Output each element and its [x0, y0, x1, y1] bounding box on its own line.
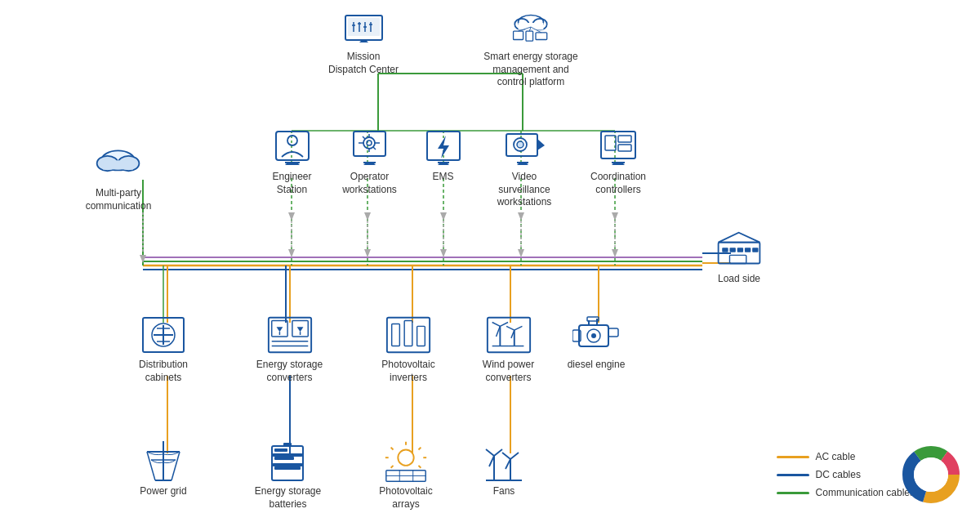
- svg-marker-41: [612, 212, 618, 221]
- svg-line-142: [514, 326, 522, 330]
- legend-dc-label: DC cables: [816, 469, 861, 480]
- svg-line-179: [486, 449, 494, 456]
- svg-line-171: [391, 447, 394, 449]
- svg-marker-125: [296, 327, 303, 332]
- coordination-label: Coordination controllers: [581, 171, 655, 196]
- engineer-label: Engineer Station: [257, 171, 327, 196]
- svg-marker-35: [364, 212, 371, 221]
- svg-rect-111: [737, 248, 743, 252]
- svg-marker-42: [612, 249, 618, 257]
- wind-power-node: Wind power converters: [470, 315, 547, 384]
- load-side-node: Load side: [702, 229, 776, 286]
- svg-line-88: [373, 147, 376, 149]
- svg-rect-110: [729, 248, 735, 252]
- wind-power-label: Wind power converters: [472, 359, 546, 384]
- svg-marker-33: [288, 212, 295, 221]
- svg-line-87: [363, 136, 365, 139]
- svg-point-192: [914, 457, 948, 492]
- svg-rect-114: [729, 255, 746, 263]
- distribution-node: Distribution cabinets: [127, 315, 200, 384]
- svg-line-173: [391, 465, 394, 467]
- svg-rect-113: [752, 248, 758, 252]
- svg-rect-163: [274, 457, 294, 460]
- svg-marker-49: [140, 255, 146, 263]
- donut-chart: [898, 442, 964, 511]
- photovoltaic-arr-node: Photovoltaic arrays: [369, 441, 443, 511]
- smart-energy-icon: [506, 7, 555, 47]
- smart-energy-label: Smart energy storage management and cont…: [478, 51, 584, 89]
- svg-line-136: [492, 323, 500, 327]
- svg-rect-67: [526, 31, 533, 41]
- svg-rect-131: [392, 324, 400, 346]
- operator-icon: [345, 127, 394, 167]
- video-node: Video surveillance workstations: [488, 127, 560, 209]
- svg-rect-133: [417, 326, 425, 346]
- photovoltaic-inv-node: Photovoltaic inverters: [372, 315, 445, 384]
- legend-ac-line: [777, 456, 809, 458]
- svg-rect-130: [387, 318, 430, 353]
- legend-dc-line: [777, 474, 809, 476]
- svg-rect-147: [608, 328, 618, 337]
- mission-dispatch-node: Mission Dispatch Center: [318, 7, 408, 76]
- ems-label: EMS: [432, 171, 453, 184]
- legend-ac: AC cable: [777, 451, 915, 462]
- mission-dispatch-icon: [339, 7, 388, 47]
- svg-marker-34: [288, 249, 295, 257]
- diagram: Mission Dispatch Center Smart energy sto…: [0, 0, 980, 531]
- svg-point-97: [517, 141, 523, 148]
- svg-rect-165: [283, 443, 292, 447]
- svg-rect-104: [618, 145, 631, 151]
- power-grid-node: Power grid: [127, 441, 200, 498]
- svg-line-156: [147, 452, 155, 480]
- svg-point-166: [398, 449, 413, 465]
- svg-rect-107: [719, 243, 760, 264]
- load-side-label: Load side: [718, 273, 760, 286]
- engineer-icon: [268, 127, 317, 167]
- power-grid-label: Power grid: [140, 485, 186, 498]
- energy-storage-conv-icon: [265, 315, 314, 355]
- multiparty-icon: [94, 143, 143, 184]
- svg-line-181: [494, 449, 502, 456]
- engineer-station-node: Engineer Station: [257, 127, 327, 196]
- svg-rect-132: [404, 321, 412, 346]
- legend-comm-line: [777, 492, 809, 494]
- legend: AC cable DC cables Communication cables: [777, 451, 915, 498]
- svg-rect-162: [274, 466, 301, 470]
- svg-marker-79: [285, 163, 300, 165]
- svg-point-149: [591, 333, 596, 338]
- distribution-label: Distribution cabinets: [127, 359, 200, 384]
- svg-marker-108: [719, 233, 760, 243]
- svg-marker-37: [440, 212, 447, 221]
- photovoltaic-arr-label: Photovoltaic arrays: [369, 485, 443, 511]
- svg-marker-92: [438, 136, 449, 158]
- energy-storage-conv-node: Energy storage converters: [251, 315, 328, 384]
- svg-point-82: [367, 141, 372, 145]
- fans-label: Fans: [493, 485, 515, 498]
- coordination-icon: [594, 127, 643, 167]
- ems-icon: [419, 127, 468, 167]
- svg-rect-121: [268, 318, 310, 353]
- photovoltaic-inv-label: Photovoltaic inverters: [372, 359, 445, 384]
- svg-line-170: [418, 465, 421, 467]
- operator-node: Operator workstations: [335, 127, 404, 196]
- svg-marker-40: [518, 249, 524, 257]
- legend-comm: Communication cables: [777, 487, 915, 498]
- energy-storage-bat-label: Energy storage batteries: [252, 485, 325, 511]
- load-side-icon: [715, 229, 764, 270]
- video-label: Video surveillance workstations: [488, 171, 560, 209]
- svg-rect-103: [618, 136, 631, 142]
- fans-node: Fans: [471, 441, 537, 498]
- mission-dispatch-label: Mission Dispatch Center: [327, 51, 400, 76]
- energy-storage-bat-icon: [264, 441, 313, 482]
- smart-energy-node: Smart energy storage management and cont…: [474, 7, 588, 89]
- svg-marker-98: [537, 139, 545, 150]
- svg-marker-36: [364, 249, 371, 257]
- svg-line-168: [418, 447, 421, 449]
- diesel-node: diesel engine: [564, 315, 629, 372]
- svg-marker-39: [518, 212, 524, 221]
- video-icon: [500, 127, 549, 167]
- svg-line-140: [506, 326, 514, 330]
- svg-rect-164: [274, 448, 287, 452]
- energy-storage-conv-label: Energy storage converters: [253, 359, 327, 384]
- svg-rect-68: [536, 32, 547, 39]
